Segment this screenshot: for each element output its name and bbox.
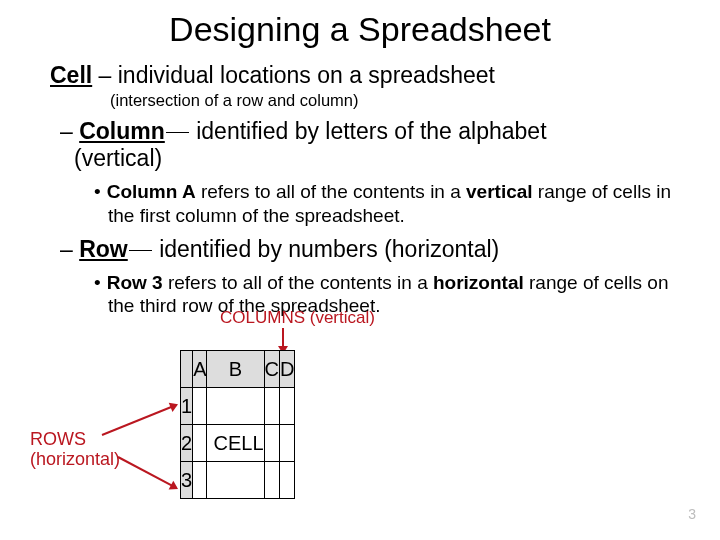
column-definition: – Column identified by letters of the al…	[60, 118, 680, 172]
row3-bold: Row 3	[107, 272, 163, 293]
column-def-a: identified by letters of the alphabet	[190, 118, 547, 144]
arrow-right-icon	[118, 456, 177, 489]
table-cell	[207, 388, 264, 425]
col-header: B	[207, 351, 264, 388]
table-cell	[264, 425, 279, 462]
table-cell	[193, 425, 207, 462]
dash: –	[60, 236, 73, 262]
arrow-right-icon	[102, 404, 177, 436]
vertical-bold: vertical	[466, 181, 533, 202]
bullet-icon: •	[94, 181, 107, 202]
table-cell	[279, 462, 294, 499]
table-cell	[264, 388, 279, 425]
cell-label: CELL	[207, 425, 264, 462]
table-cell	[193, 388, 207, 425]
column-bullet: •Column A refers to all of the contents …	[94, 180, 680, 228]
horizontal-bold: horizontal	[433, 272, 524, 293]
cell-def-text: – individual locations on a spreadsheet	[92, 62, 495, 88]
corner-cell	[181, 351, 193, 388]
table-cell	[193, 462, 207, 499]
bullet-icon: •	[94, 272, 107, 293]
term-column: Column	[79, 118, 165, 144]
table-cell	[279, 388, 294, 425]
table-cell	[264, 462, 279, 499]
page-number: 3	[688, 506, 696, 522]
row-header: 2	[181, 425, 193, 462]
rows-label-b: (horizontal)	[30, 449, 120, 469]
dash: –	[60, 118, 73, 144]
row-definition: – Row identified by numbers (horizontal)	[60, 236, 680, 263]
rows-label: ROWS (horizontal)	[30, 430, 120, 470]
row-bullet-mid: refers to all of the contents in a	[163, 272, 433, 293]
col-header: A	[193, 351, 207, 388]
emdash-icon	[166, 132, 189, 133]
table-cell	[279, 425, 294, 462]
cell-definition: Cell – individual locations on a spreads…	[50, 62, 680, 89]
slide-title: Designing a Spreadsheet	[0, 10, 720, 49]
row-header: 1	[181, 388, 193, 425]
col-header: D	[279, 351, 294, 388]
columns-label: COLUMNS (vertical)	[220, 308, 375, 328]
arrow-down-icon	[282, 328, 284, 352]
cell-subtext: (intersection of a row and column)	[110, 91, 680, 110]
column-bullet-mid: refers to all of the contents in a	[196, 181, 466, 202]
table-cell	[207, 462, 264, 499]
grid-table: A B C D 1 2 CELL 3	[180, 350, 295, 499]
slide-body: Cell – individual locations on a spreads…	[50, 58, 680, 318]
column-def-b: (vertical)	[74, 145, 162, 171]
term-cell: Cell	[50, 62, 92, 88]
row-header: 3	[181, 462, 193, 499]
emdash-icon	[129, 250, 152, 251]
col-header: C	[264, 351, 279, 388]
row-def: identified by numbers (horizontal)	[153, 236, 499, 262]
rows-label-a: ROWS	[30, 429, 86, 449]
row-bullet: •Row 3 refers to all of the contents in …	[94, 271, 680, 319]
term-row: Row	[79, 236, 128, 262]
column-a-bold: Column A	[107, 181, 196, 202]
